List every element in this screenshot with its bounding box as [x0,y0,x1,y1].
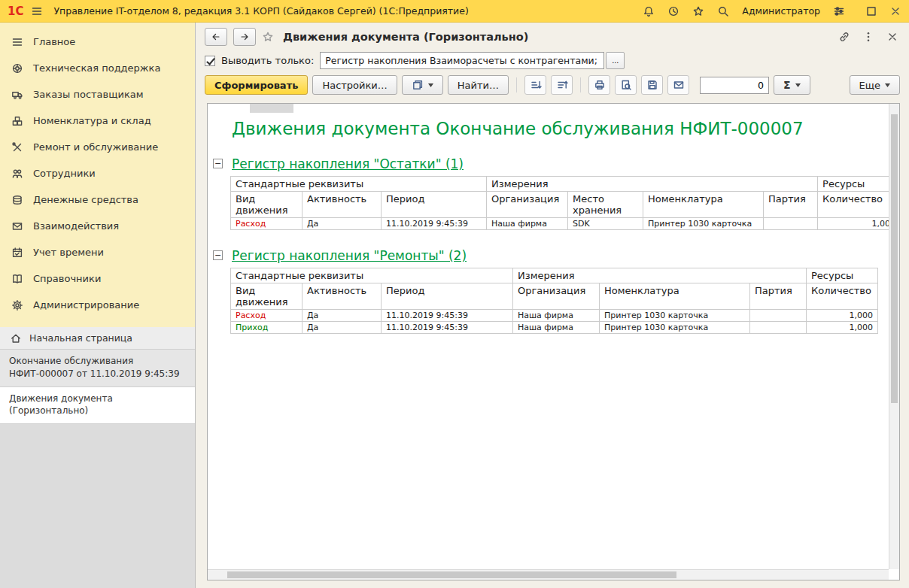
vertical-scrollbar-thumb[interactable] [891,114,898,403]
close-app-icon[interactable] [889,5,901,17]
filter-input[interactable] [320,52,604,69]
report-section: −Регистр накопления "Остатки" (1)Стандар… [230,156,889,230]
sidebar-item[interactable]: Номенклатура и склад [0,108,195,134]
current-user-label[interactable]: Администратор [742,5,820,17]
section-heading-link[interactable]: Регистр накопления "Ремонты" (2) [232,248,889,263]
sections-menu: ГлавноеТехническая поддержкаЗаказы поста… [0,23,195,327]
report-area: Движения документа Окончание обслуживани… [207,103,900,580]
table-cell: Принтер 1030 карточка [600,322,750,334]
window-title: Движения документа (Горизонтально) [283,31,528,43]
people-icon [11,168,23,180]
more-actions-button[interactable]: Еще [850,75,900,95]
favorite-star-icon[interactable] [262,31,274,43]
print-button[interactable] [588,75,610,95]
sidebar-item[interactable]: Техническая поддержка [0,55,195,81]
table-row[interactable]: РасходДа11.10.2019 9:45:39Наша фирмаSDKП… [231,218,889,230]
report-sections: −Регистр накопления "Остатки" (1)Стандар… [230,156,889,334]
history-icon[interactable] [667,5,679,17]
sidebar-item[interactable]: Денежные средства [0,186,195,213]
table-row[interactable]: ПриходДа11.10.2019 9:45:39Наша фирмаПрин… [231,322,878,334]
print-preview-button[interactable] [615,75,637,95]
filter-checkbox[interactable] [205,56,215,66]
column-group-header: Ресурсы [818,177,889,192]
more-menu-icon[interactable] [862,31,874,43]
collapse-section-button[interactable]: − [213,250,223,260]
counter-field[interactable] [700,77,769,94]
sidebar-item[interactable]: Заказы поставщикам [0,81,195,108]
printer-icon [594,79,606,91]
search-icon[interactable] [717,5,729,17]
table-row[interactable]: РасходДа11.10.2019 9:45:39Наша фирмаПрин… [231,310,878,322]
filter-more-button[interactable]: ... [606,52,625,69]
filter-label[interactable]: Выводить только: [221,55,314,66]
settings-button[interactable]: Настройки… [312,75,397,95]
sidebar-item-label: Учет времени [33,247,104,258]
favorites-star-icon[interactable] [692,5,704,17]
sidebar-item[interactable]: Администрирование [0,292,195,318]
report-variants-button[interactable] [402,75,443,95]
table-cell: 1,000 [807,322,878,334]
column-group-header: Стандартные реквизиты [231,268,513,283]
menu-icon [11,36,23,48]
sidebar-item-label: Заказы поставщикам [33,89,144,100]
sidebar-item-label: Главное [33,36,75,47]
maximize-window-icon[interactable] [865,5,877,17]
table-cell: 11.10.2019 9:45:39 [382,218,487,230]
support-icon [11,62,23,74]
sidebar-item-label: Техническая поддержка [33,62,160,74]
table-cell: 1,000 [818,218,889,230]
sigma-icon: Σ [783,79,791,91]
main-menu-icon[interactable] [31,5,43,17]
vertical-scrollbar[interactable] [889,104,899,569]
titlebar: 1С Управление IT-отделом 8, редакция 3.1… [0,0,909,23]
table-cell: Наша фирма [513,310,600,322]
sidebar-item[interactable]: Сотрудники [0,160,195,186]
sort-ascending-button[interactable] [524,75,546,95]
generate-button[interactable]: Сформировать [205,75,308,95]
horizontal-scrollbar-thumb[interactable] [227,571,676,578]
more-label: Еще [859,80,880,91]
sum-button[interactable]: Σ [774,75,810,95]
report-section: −Регистр накопления "Ремонты" (2)Стандар… [230,248,889,334]
table-cell: Приход [231,322,302,334]
sort-descending-icon [556,79,568,91]
column-header: Вид движения [231,192,302,218]
save-button[interactable] [641,75,663,95]
table-cell: SDK [568,218,643,230]
sidebar-window-tab[interactable]: Движения документа (Горизонтально) [0,387,195,425]
sidebar-item-label: Справочники [33,273,101,284]
column-header: Период [382,192,487,218]
sidebar-item-home[interactable]: Начальная страница [0,327,195,350]
section-heading-link[interactable]: Регистр накопления "Остатки" (1) [232,156,889,171]
table-cell [750,310,807,322]
table-cell: Расход [231,218,302,230]
app-title: Управление IT-отделом 8, редакция 3.1 КО… [53,5,468,17]
table-cell [764,218,818,230]
table-cell: Да [302,322,382,334]
sidebar-item[interactable]: Справочники [0,265,195,292]
toolbar-settings-icon[interactable] [833,5,845,17]
filter-row: Выводить только: ... [196,51,909,74]
sidebar-item[interactable]: Главное [0,29,195,55]
home-label: Начальная страница [29,332,132,344]
sidebar-window-tab[interactable]: Окончание обслуживания НФИТ-000007 от 11… [0,350,195,387]
column-header: Организация [487,192,568,218]
column-header: Партия [750,283,807,310]
horizontal-scrollbar[interactable] [208,569,889,580]
sidebar-item[interactable]: Взаимодействия [0,213,195,239]
sort-descending-button[interactable] [551,75,573,95]
find-button[interactable]: Найти… [448,75,509,95]
sidebar-item[interactable]: Учет времени [0,239,195,265]
1c-logo: 1С [8,5,23,18]
send-mail-button[interactable] [667,75,689,95]
forward-button[interactable] [233,28,256,46]
arrow-right-icon [239,32,250,42]
notifications-bell-icon[interactable] [643,5,655,17]
sidebar-item[interactable]: Ремонт и обслуживание [0,134,195,160]
back-button[interactable] [205,28,227,46]
get-link-icon[interactable] [838,31,850,43]
column-header: Место хранения [568,192,643,218]
close-window-icon[interactable] [886,31,898,43]
collapse-section-button[interactable]: − [213,159,223,168]
money-icon [11,194,23,206]
